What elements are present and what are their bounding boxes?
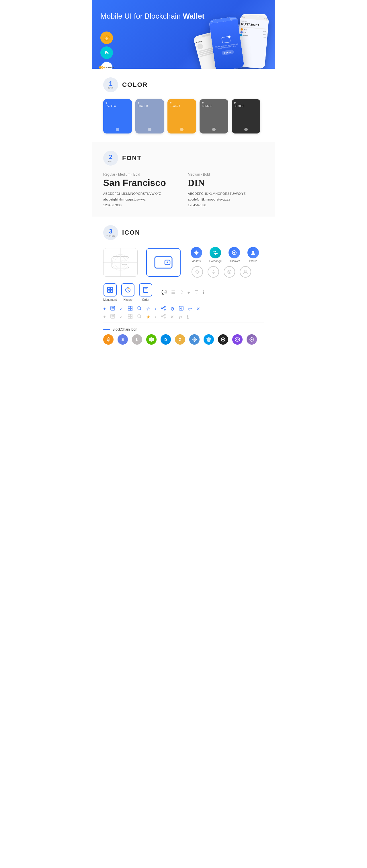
- svg-line-62: [140, 317, 141, 318]
- qr-icon-gray[interactable]: [128, 314, 133, 320]
- icon-order: Order: [139, 283, 152, 301]
- stack-icon: ☰: [171, 290, 175, 295]
- icon-assets-outline: [192, 266, 203, 278]
- icon-design-area: Assets Exchange Discover: [103, 247, 264, 278]
- icon-number-badge: 3 THREE: [103, 225, 118, 240]
- svg-rect-10: [155, 257, 172, 268]
- share-icon-gray[interactable]: [161, 314, 166, 320]
- icon-profile-outline: [240, 266, 251, 278]
- svg-marker-68: [149, 337, 154, 342]
- font-din: Medium · Bold DIN ABCDEFGHIJKLMNOPQRSTUV…: [188, 173, 264, 208]
- svg-point-42: [138, 307, 140, 309]
- chevron-left-icon[interactable]: ‹: [155, 306, 156, 311]
- info-icon-gray[interactable]: ℹ: [187, 314, 189, 320]
- icon-discover-outline: [224, 266, 235, 278]
- svg-line-67: [163, 315, 164, 316]
- svg-rect-22: [110, 287, 113, 290]
- font-grid: Regular · Medium · Bold San Francisco AB…: [103, 173, 264, 208]
- icon-title: ICON: [122, 229, 140, 236]
- note-icon[interactable]: [110, 306, 115, 312]
- qr-icon[interactable]: [128, 306, 133, 312]
- svg-point-20: [245, 270, 246, 272]
- wallet-guide-outline: [103, 248, 138, 277]
- plus-icon[interactable]: +: [103, 306, 106, 311]
- share-icon[interactable]: [161, 306, 166, 312]
- plus-icon-gray[interactable]: +: [103, 314, 106, 319]
- crypto-matic: [232, 334, 243, 345]
- swap-icon[interactable]: ⇄: [188, 306, 192, 312]
- icon-profile: Profile: [246, 247, 260, 263]
- font-number-badge: 2 TWO: [103, 151, 118, 165]
- font-section-header: 2 TWO FONT: [103, 151, 264, 165]
- close-icon[interactable]: ✕: [196, 306, 200, 312]
- svg-marker-75: [222, 338, 224, 341]
- color-swatches: #3574FA #8DA0C8 #F5A623 #666666 #303030: [103, 99, 264, 133]
- sketch-badge: [101, 32, 113, 44]
- check-icon[interactable]: ✓: [119, 306, 123, 312]
- note-icon-gray[interactable]: [110, 314, 115, 320]
- order-box: [139, 283, 152, 297]
- crypto-dot: [247, 334, 257, 345]
- svg-point-12: [167, 261, 168, 263]
- crypto-dash: D: [161, 334, 171, 345]
- management-box: [104, 283, 117, 297]
- color-swatch-blue: #3574FA: [103, 99, 132, 133]
- crypto-icons-row: ₿ Ξ Ł D Z: [103, 334, 264, 345]
- message-icon: 🗨: [194, 290, 199, 295]
- svg-point-16: [252, 251, 254, 253]
- tool-icons-blue: + ✓ ☆ ‹ ⚙ ⇄ ✕: [103, 306, 264, 312]
- svg-rect-38: [129, 307, 129, 307]
- moon-icon: ☽: [179, 290, 183, 295]
- crypto-ltc: Ł: [132, 334, 142, 345]
- icon-exchange-outline: [207, 266, 219, 278]
- svg-line-47: [163, 309, 164, 309]
- svg-point-9: [115, 257, 126, 268]
- svg-point-19: [229, 271, 230, 273]
- star-icon-active[interactable]: ★: [146, 314, 150, 320]
- icon-exchange: Exchange: [208, 247, 223, 263]
- svg-rect-40: [129, 309, 129, 310]
- icon-discover: Discover: [227, 247, 242, 263]
- svg-rect-23: [108, 290, 110, 292]
- small-icons-row: 💬 ☰ ☽ ● 🗨 ℹ: [162, 290, 204, 295]
- svg-point-46: [164, 309, 165, 310]
- star-icon[interactable]: ☆: [146, 306, 150, 312]
- crypto-waves: [204, 334, 214, 345]
- svg-marker-13: [194, 250, 199, 255]
- hero-title-regular: Mobile UI for Blockchain: [101, 12, 183, 20]
- profile-circle: [248, 247, 259, 258]
- history-box: [121, 283, 135, 297]
- close-icon-gray[interactable]: ✕: [170, 314, 174, 320]
- svg-point-18: [228, 270, 231, 274]
- icon-history: History: [121, 283, 135, 301]
- crypto-eth: Ξ: [117, 334, 128, 345]
- ps-badge: Ps: [101, 46, 113, 59]
- font-title: FONT: [122, 154, 142, 162]
- crypto-btc: ₿: [103, 334, 114, 345]
- check-icon-gray[interactable]: ✓: [119, 314, 123, 320]
- icon-section-header: 3 THREE ICON: [103, 225, 264, 240]
- blockchain-label: BlockChain Icon: [103, 328, 264, 332]
- upload-icon[interactable]: [179, 306, 184, 312]
- wallet-icon-blue: [146, 248, 181, 277]
- chat-icon: 💬: [162, 290, 167, 295]
- color-number-badge: 1 ONE: [103, 78, 118, 92]
- svg-point-5: [124, 261, 125, 263]
- chevron-left-icon-gray[interactable]: ‹: [155, 314, 156, 319]
- icon-assets: Assets: [189, 247, 204, 263]
- color-swatch-orange: #F5A623: [167, 99, 196, 133]
- svg-point-63: [164, 314, 165, 315]
- svg-point-77: [251, 339, 253, 340]
- color-section: 1 ONE COLOR #3574FA #8DA0C8 #F5A623 #666…: [92, 69, 275, 142]
- svg-marker-73: [206, 337, 211, 342]
- search-icon-gray[interactable]: [137, 314, 142, 320]
- svg-rect-41: [131, 309, 133, 311]
- settings-icon[interactable]: ⚙: [170, 306, 174, 312]
- search-icon[interactable]: [137, 306, 142, 312]
- swap-icon-gray[interactable]: ⇄: [179, 314, 182, 320]
- color-swatch-dark: #303030: [232, 99, 260, 133]
- crypto-grid: [189, 334, 200, 345]
- crypto-zcash: Z: [175, 334, 185, 345]
- color-swatch-gray: #666666: [200, 99, 228, 133]
- crypto-iota: [218, 334, 228, 345]
